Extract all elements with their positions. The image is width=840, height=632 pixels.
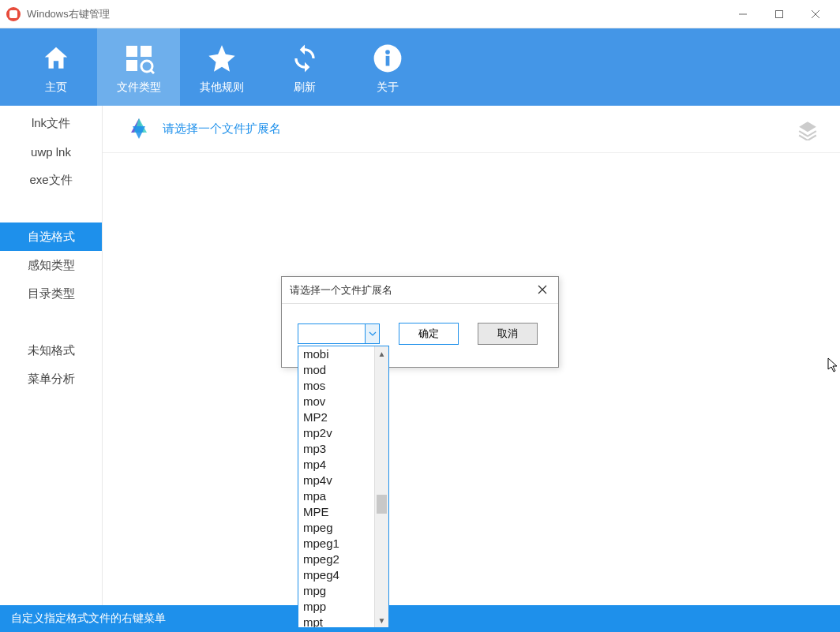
dropdown-item[interactable]: mpt (298, 615, 374, 627)
dropdown-item[interactable]: mpeg4 (298, 567, 374, 583)
dropdown-item[interactable]: mpg (298, 583, 374, 599)
dropdown-item[interactable]: MP2 (298, 409, 374, 425)
toolbar-otherrules[interactable]: 其他规则 (180, 28, 263, 106)
dropdown-item[interactable]: mpeg2 (298, 552, 374, 567)
toolbar-filetype[interactable]: 文件类型 (97, 28, 180, 106)
dropdown-item[interactable]: mobi (298, 346, 374, 362)
titlebar: Windows右键管理 (0, 0, 840, 28)
refresh-icon (290, 39, 320, 77)
statusbar: 自定义指定格式文件的右键菜单 (0, 605, 840, 632)
svg-rect-6 (126, 60, 137, 71)
dropdown-item[interactable]: mp2v (298, 425, 374, 441)
extension-dropdown-list[interactable]: mobi mod mos mov MP2 mp2v mp3 mp4 mp4v m… (298, 346, 389, 628)
scroll-down-arrow[interactable]: ▼ (375, 613, 388, 627)
dropdown-item[interactable]: mpeg (298, 520, 374, 536)
dropdown-item[interactable]: mp4 (298, 457, 374, 473)
dropdown-item[interactable]: mpeg1 (298, 536, 374, 552)
svg-rect-10 (385, 56, 389, 66)
home-icon (41, 39, 71, 77)
dialog-title-text: 请选择一个文件扩展名 (290, 283, 392, 297)
scroll-thumb[interactable] (377, 495, 387, 514)
minimize-button[interactable] (725, 0, 761, 28)
content-header: 请选择一个文件扩展名 (103, 106, 840, 153)
window-controls (725, 0, 834, 28)
toolbar-filetype-label: 文件类型 (117, 80, 161, 95)
sidebar: lnk文件 uwp lnk exe文件 自选格式 感知类型 目录类型 未知格式 … (0, 106, 103, 605)
dropdown-item[interactable]: mpa (298, 488, 374, 504)
extension-input[interactable] (298, 324, 365, 343)
dialog-titlebar: 请选择一个文件扩展名 (282, 277, 558, 304)
sidebar-item-exe[interactable]: exe文件 (0, 166, 102, 194)
svg-rect-1 (776, 10, 783, 17)
dropdown-item[interactable]: mp3 (298, 441, 374, 457)
ok-button[interactable]: 确定 (399, 323, 459, 345)
star-icon (206, 39, 238, 77)
cancel-button[interactable]: 取消 (478, 323, 538, 345)
statusbar-text: 自定义指定格式文件的右键菜单 (11, 611, 166, 626)
svg-rect-5 (141, 46, 152, 57)
sidebar-item-perceived[interactable]: 感知类型 (0, 251, 102, 279)
toolbar-home-label: 主页 (45, 80, 67, 95)
toolbar-refresh-label: 刷新 (294, 80, 316, 95)
extension-combobox[interactable] (298, 323, 380, 344)
toolbar-about-label: 关于 (377, 80, 399, 95)
dropdown-item[interactable]: mos (298, 378, 374, 394)
content-hint: 请选择一个文件扩展名 (163, 122, 281, 136)
scroll-up-arrow[interactable]: ▲ (375, 346, 388, 361)
window-title: Windows右键管理 (27, 7, 725, 21)
close-button[interactable] (797, 0, 834, 28)
mouse-cursor (827, 357, 838, 376)
toolbar-otherrules-label: 其他规则 (200, 80, 244, 95)
dropdown-item[interactable]: mod (298, 362, 374, 378)
dropdown-item[interactable]: mov (298, 394, 374, 409)
sidebar-item-custom[interactable]: 自选格式 (0, 223, 102, 251)
info-icon (373, 39, 403, 77)
svg-line-8 (151, 70, 154, 73)
main-toolbar: 主页 文件类型 其他规则 刷新 关于 (0, 28, 840, 106)
toolbar-home[interactable]: 主页 (14, 28, 97, 106)
dropdown-item[interactable]: mp4v (298, 473, 374, 488)
svg-rect-4 (126, 46, 137, 57)
extension-star-icon (125, 115, 153, 144)
sidebar-item-uwplnk[interactable]: uwp lnk (0, 137, 102, 166)
maximize-button[interactable] (761, 0, 797, 28)
sidebar-item-lnk[interactable]: lnk文件 (0, 109, 102, 137)
dialog-close-button[interactable] (534, 281, 550, 300)
dropdown-items-container: mobi mod mos mov MP2 mp2v mp3 mp4 mp4v m… (298, 346, 374, 627)
sidebar-item-unknown[interactable]: 未知格式 (0, 336, 102, 365)
toolbar-about[interactable]: 关于 (346, 28, 429, 106)
app-icon (6, 7, 21, 21)
dropdown-item[interactable]: mpp (298, 599, 374, 615)
svg-point-7 (141, 61, 152, 72)
dropdown-scrollbar[interactable]: ▲ ▼ (374, 346, 388, 627)
combobox-dropdown-button[interactable] (365, 324, 379, 343)
dropdown-item[interactable]: MPE (298, 504, 374, 520)
filetype-icon (123, 39, 155, 77)
toolbar-refresh[interactable]: 刷新 (263, 28, 346, 106)
sidebar-item-directory[interactable]: 目录类型 (0, 279, 102, 308)
svg-point-11 (385, 50, 390, 54)
sidebar-item-menuanalysis[interactable]: 菜单分析 (0, 365, 102, 393)
layers-icon[interactable] (797, 120, 818, 144)
